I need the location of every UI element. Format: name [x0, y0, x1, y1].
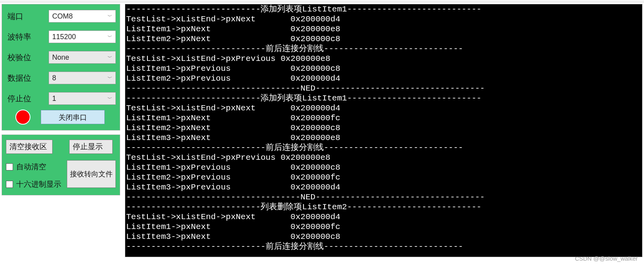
stop-label: 停止位: [8, 93, 49, 104]
port-action-row: 关闭串口: [8, 110, 116, 125]
auto-clear-checkbox[interactable]: [6, 163, 13, 170]
hex-display-label: 十六进制显示: [16, 179, 61, 189]
checkbox-column: 自动清空 十六进制显示: [6, 160, 61, 189]
chevron-down-icon: ﹀: [108, 54, 112, 61]
parity-select[interactable]: None ﹀: [49, 51, 116, 64]
baud-row: 波特率 115200 ﹀: [8, 30, 116, 43]
port-label: 端口: [8, 11, 49, 22]
serial-settings-panel: 端口 COM8 ﹀ 波特率 115200 ﹀ 校验位 None ﹀: [2, 4, 120, 131]
left-sidebar: 端口 COM8 ﹀ 波特率 115200 ﹀ 校验位 None ﹀: [2, 4, 120, 257]
recv-to-file-button[interactable]: 接收转向文件: [67, 160, 116, 188]
hex-display-row[interactable]: 十六进制显示: [6, 179, 61, 189]
data-value: 8: [52, 74, 56, 82]
parity-label: 校验位: [8, 52, 49, 63]
hex-display-checkbox[interactable]: [6, 181, 13, 188]
main-layout: 端口 COM8 ﹀ 波特率 115200 ﹀ 校验位 None ﹀: [0, 2, 644, 259]
receive-panel: 清空接收区 停止显示 自动清空 十六进制显示 接收转向文件: [2, 134, 120, 195]
baud-label: 波特率: [8, 32, 49, 42]
baud-select[interactable]: 115200 ﹀: [49, 30, 116, 43]
parity-row: 校验位 None ﹀: [8, 51, 116, 64]
baud-value: 115200: [52, 33, 76, 41]
parity-value: None: [52, 53, 69, 62]
stop-row: 停止位 1 ﹀: [8, 92, 116, 105]
port-row: 端口 COM8 ﹀: [8, 10, 116, 23]
watermark-text: CSDN @@slow_walker: [575, 255, 638, 262]
receive-bot-row: 自动清空 十六进制显示 接收转向文件: [6, 160, 116, 189]
chevron-down-icon: ﹀: [108, 34, 112, 40]
auto-clear-row[interactable]: 自动清空: [6, 162, 61, 172]
auto-clear-label: 自动清空: [16, 162, 46, 172]
chevron-down-icon: ﹀: [108, 13, 112, 20]
status-led-icon: [15, 110, 30, 125]
stop-display-button[interactable]: 停止显示: [69, 140, 113, 154]
chevron-down-icon: ﹀: [108, 75, 112, 81]
port-select[interactable]: COM8 ﹀: [49, 10, 116, 23]
stop-select[interactable]: 1 ﹀: [49, 92, 116, 105]
stop-value: 1: [52, 95, 56, 103]
data-select[interactable]: 8 ﹀: [49, 72, 116, 84]
receive-top-row: 清空接收区 停止显示: [6, 140, 116, 154]
data-label: 数据位: [8, 73, 49, 83]
chevron-down-icon: ﹀: [108, 95, 112, 102]
data-row: 数据位 8 ﹀: [8, 72, 116, 84]
port-value: COM8: [52, 12, 73, 21]
clear-recv-button[interactable]: 清空接收区: [6, 140, 53, 154]
terminal-output[interactable]: ---------------------------添加列表项ListItem…: [125, 4, 642, 257]
close-port-button[interactable]: 关闭串口: [41, 110, 105, 124]
